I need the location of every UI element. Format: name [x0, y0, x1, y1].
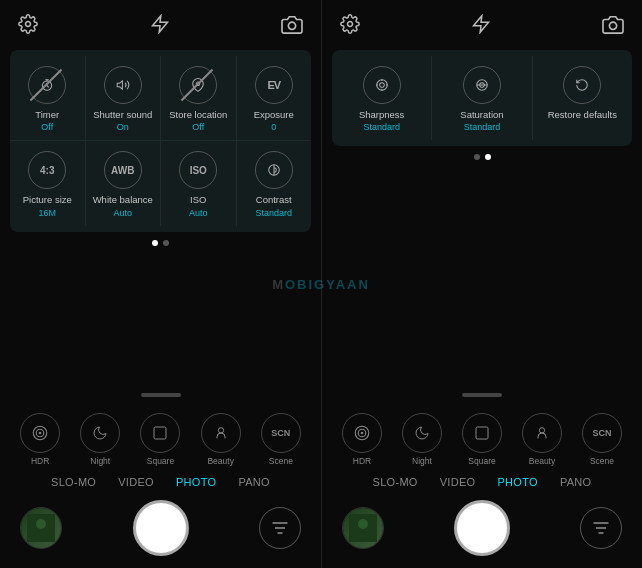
right-camera-modes: SLO-MO VIDEO PHOTO PANO — [322, 470, 642, 492]
left-filter-button[interactable] — [259, 507, 301, 549]
right-night-mode[interactable]: Night — [402, 413, 442, 466]
timer-setting[interactable]: Timer Off — [10, 56, 86, 140]
iso-value: Auto — [189, 208, 208, 218]
right-night-label: Night — [412, 456, 432, 466]
left-video-tab[interactable]: VIDEO — [118, 476, 154, 488]
svg-point-9 — [39, 432, 41, 434]
hdr-label: HDR — [31, 456, 49, 466]
right-panel: Sharpness Standard Saturation Standard R… — [321, 0, 642, 568]
right-thumbnail[interactable] — [342, 507, 384, 549]
left-thumbnail[interactable] — [20, 507, 62, 549]
right-shutter-button[interactable] — [454, 500, 510, 556]
sharpness-setting[interactable]: Sharpness Standard — [332, 56, 432, 140]
right-slomo-tab[interactable]: SLO-MO — [373, 476, 418, 488]
right-dots — [322, 146, 642, 166]
right-flash-icon[interactable] — [471, 14, 491, 37]
left-slomo-tab[interactable]: SLO-MO — [51, 476, 96, 488]
right-drag-handle — [462, 393, 502, 397]
exposure-label: Exposure — [254, 109, 294, 120]
left-shutter-button[interactable] — [133, 500, 189, 556]
left-pano-tab[interactable]: PANO — [238, 476, 270, 488]
sharpness-label: Sharpness — [359, 109, 404, 120]
contrast-setting[interactable]: Contrast Standard — [237, 141, 312, 225]
dot-1 — [152, 240, 158, 246]
exposure-setting[interactable]: EV Exposure 0 — [237, 56, 312, 140]
restore-icon — [563, 66, 601, 104]
left-camera-controls — [0, 492, 321, 568]
contrast-icon — [255, 151, 293, 189]
right-scene-mode[interactable]: SCN Scene — [582, 413, 622, 466]
left-bottom-area: HDR Night Square — [0, 252, 321, 568]
left-photo-tab[interactable]: PHOTO — [176, 476, 216, 488]
svg-point-20 — [609, 22, 616, 29]
white-balance-icon: AWB — [104, 151, 142, 189]
saturation-icon — [463, 66, 501, 104]
night-icon — [80, 413, 120, 453]
svg-marker-4 — [117, 81, 122, 89]
right-filter-button[interactable] — [580, 507, 622, 549]
beauty-icon — [201, 413, 241, 453]
shutter-sound-setting[interactable]: Shutter sound On — [86, 56, 162, 140]
right-square-label: Square — [468, 456, 495, 466]
left-scene-mode[interactable]: SCN Scene — [261, 413, 301, 466]
left-hdr-mode[interactable]: HDR — [20, 413, 60, 466]
left-flash-icon[interactable] — [150, 14, 170, 37]
svg-rect-10 — [154, 427, 166, 439]
saturation-setting[interactable]: Saturation Standard — [432, 56, 532, 140]
left-square-mode[interactable]: Square — [140, 413, 180, 466]
svg-marker-1 — [152, 15, 167, 32]
dot-2 — [163, 240, 169, 246]
shutter-sound-label: Shutter sound — [93, 109, 152, 120]
night-label: Night — [90, 456, 110, 466]
svg-point-36 — [358, 519, 368, 529]
svg-point-22 — [379, 83, 384, 88]
left-camera-switch-icon[interactable] — [281, 14, 303, 37]
left-thumbnail-img — [21, 508, 61, 548]
iso-setting[interactable]: ISO ISO Auto — [161, 141, 237, 225]
svg-point-32 — [361, 432, 363, 434]
svg-point-21 — [376, 80, 387, 91]
left-settings-row-1: Timer Off Shutter sound On Store locatio… — [10, 56, 311, 141]
left-panel: Timer Off Shutter sound On Store locatio… — [0, 0, 321, 568]
right-settings-icon[interactable] — [340, 14, 360, 37]
right-camera-switch-icon[interactable] — [602, 14, 624, 37]
right-dot-2 — [485, 154, 491, 160]
right-scene-label: Scene — [590, 456, 614, 466]
right-hdr-label: HDR — [353, 456, 371, 466]
store-location-setting[interactable]: Store location Off — [161, 56, 237, 140]
right-bottom-area: HDR Night Square — [322, 166, 642, 568]
right-night-icon — [402, 413, 442, 453]
restore-defaults-setting[interactable]: Restore defaults — [533, 56, 632, 140]
hdr-icon — [20, 413, 60, 453]
right-photo-tab[interactable]: PHOTO — [497, 476, 537, 488]
right-video-tab[interactable]: VIDEO — [440, 476, 476, 488]
picture-size-label: Picture size — [23, 194, 72, 205]
right-scene-text: SCN — [592, 428, 611, 438]
right-hdr-icon — [342, 413, 382, 453]
square-icon — [140, 413, 180, 453]
right-hdr-mode[interactable]: HDR — [342, 413, 382, 466]
svg-point-34 — [539, 428, 544, 433]
right-top-bar — [322, 0, 642, 50]
left-beauty-mode[interactable]: Beauty — [201, 413, 241, 466]
square-label: Square — [147, 456, 174, 466]
left-mode-icons-row: HDR Night Square — [0, 405, 321, 470]
svg-point-2 — [288, 22, 295, 29]
left-night-mode[interactable]: Night — [80, 413, 120, 466]
right-pano-tab[interactable]: PANO — [560, 476, 592, 488]
timer-value: Off — [41, 122, 53, 132]
scene-icon: SCN — [261, 413, 301, 453]
right-settings-row-1: Sharpness Standard Saturation Standard R… — [332, 56, 632, 140]
timer-label: Timer — [35, 109, 59, 120]
white-balance-label: White balance — [93, 194, 153, 205]
exposure-icon: EV — [255, 66, 293, 104]
timer-icon — [28, 66, 66, 104]
right-beauty-mode[interactable]: Beauty — [522, 413, 562, 466]
right-square-mode[interactable]: Square — [462, 413, 502, 466]
left-settings-icon[interactable] — [18, 14, 38, 37]
shutter-sound-value: On — [117, 122, 129, 132]
picture-size-setting[interactable]: 4:3 Picture size 16M — [10, 141, 86, 225]
store-location-label: Store location — [169, 109, 227, 120]
white-balance-setting[interactable]: AWB White balance Auto — [86, 141, 162, 225]
svg-point-11 — [218, 428, 223, 433]
